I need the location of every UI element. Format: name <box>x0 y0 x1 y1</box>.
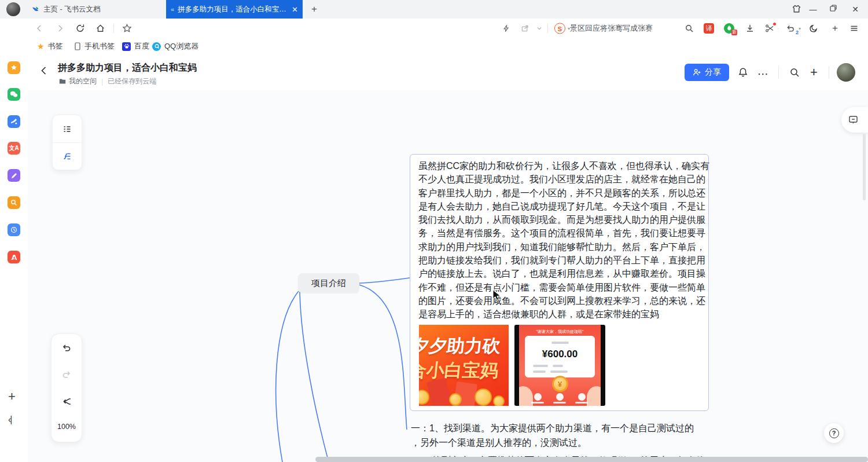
minimize-button[interactable]: — <box>808 5 818 14</box>
hot-search-text[interactable]: 景区回应将张骞写成张赛 <box>570 19 653 38</box>
lightning-icon[interactable] <box>502 24 510 32</box>
redo-button[interactable] <box>52 361 82 388</box>
hand-right <box>587 386 601 406</box>
download-icon[interactable] <box>745 24 755 33</box>
share-page-icon[interactable] <box>521 24 529 33</box>
add-icon[interactable]: + <box>830 23 840 34</box>
tab-feishu-home[interactable]: 主页 - 飞书云文档 <box>25 0 163 19</box>
scissors-caret-icon[interactable]: · <box>777 26 779 31</box>
bookmark-folder[interactable]: ★ 书签 <box>37 38 63 54</box>
wechat-icon[interactable] <box>8 88 20 101</box>
sogou-logo-icon[interactable]: S <box>554 23 565 34</box>
pdf-adobe-icon[interactable] <box>8 251 20 263</box>
horizontal-scrollbar[interactable] <box>315 457 868 462</box>
restore-button[interactable] <box>829 4 837 12</box>
phone-bottom-icon <box>556 393 564 401</box>
tab-title: 主页 - 飞书云文档 <box>43 5 154 14</box>
mindmap-canvas[interactable]: 100% 项目介绍 虽然拼CC家的助力和砍价行为，让很多人不喜欢，但也得承认，确… <box>28 90 868 462</box>
search-app-icon[interactable] <box>8 196 20 209</box>
undo-history-icon[interactable]: 2 <box>786 24 795 33</box>
share-caret-icon[interactable] <box>536 25 542 31</box>
share-button[interactable]: 分享 <box>685 64 729 81</box>
mindmap-node-content[interactable]: 虽然拼CC家的助力和砍价行为，让很多人不喜欢，但也得承认，确实有 不少人也真正提… <box>410 154 709 411</box>
notes-pen-icon[interactable] <box>8 169 20 182</box>
promo-image-text2: 合小白宝妈 <box>419 358 499 383</box>
notifications-bell-icon[interactable] <box>738 67 748 78</box>
share-person-icon <box>693 68 701 76</box>
translate-page-icon[interactable] <box>8 115 20 128</box>
canvas-tools-panel: 100% <box>51 333 82 442</box>
screenshot-scissors-icon[interactable] <box>765 24 774 33</box>
home-icon[interactable] <box>95 24 105 34</box>
comment-icon <box>848 115 858 124</box>
bookmark-label: 百度 <box>134 41 149 52</box>
doc-title: 拼多多助力项目，适合小白和宝妈 <box>58 62 197 74</box>
screen-translate-icon[interactable]: 文A <box>8 142 20 155</box>
comments-tab[interactable] <box>841 107 868 133</box>
history-clock-icon[interactable] <box>8 223 20 236</box>
view-mode-panel <box>52 115 82 170</box>
vertical-scrollbar[interactable] <box>863 134 866 200</box>
favorite-star-icon[interactable] <box>122 24 132 34</box>
feishu-favicon <box>31 5 40 14</box>
back-icon[interactable] <box>35 24 44 33</box>
header-divider <box>778 66 779 79</box>
refresh-icon[interactable] <box>75 24 85 34</box>
tab-active-document[interactable]: « 拼多多助力项目，适合小白和宝妈 - ✕ <box>166 0 303 19</box>
wallet-new-icon[interactable]: 新 <box>724 23 734 34</box>
doc-search-icon[interactable] <box>789 67 800 78</box>
mindmap-node-intro[interactable]: 项目介绍 <box>298 273 359 293</box>
forward-icon[interactable] <box>56 24 65 33</box>
search-icon[interactable] <box>685 24 694 33</box>
menu-icon[interactable] <box>849 24 859 33</box>
zoom-level: 100% <box>57 423 76 431</box>
window-close-button[interactable]: ✕ <box>850 4 860 14</box>
outline-view-button[interactable] <box>53 115 82 142</box>
skin-theme-icon[interactable] <box>792 4 801 14</box>
fit-branches-button[interactable] <box>52 388 82 415</box>
browser-profile-avatar[interactable] <box>6 2 20 16</box>
withdraw-screenshot-image[interactable]: "谢谢大家，我成功提现啦" ¥600.00 ¥ <box>514 325 605 406</box>
withdraw-amount: ¥600.00 <box>525 349 595 360</box>
header-divider <box>829 66 829 79</box>
bookmark-phone[interactable]: 手机书签 <box>74 38 115 54</box>
new-tab-button[interactable]: + <box>308 3 320 15</box>
undo-caret-icon[interactable]: ▾ <box>799 26 801 31</box>
browser-window: 主页 - 飞书云文档 « 拼多多助力项目，适合小白和宝妈 - ✕ + — ✕ <box>0 0 868 462</box>
zoom-level-button[interactable]: 100% <box>52 415 82 439</box>
strip-add-icon[interactable]: + <box>8 389 16 404</box>
doc-add-icon[interactable]: + <box>810 65 818 80</box>
redo-icon <box>61 369 72 380</box>
doc-back-icon[interactable] <box>38 65 50 76</box>
baidu-paw-icon <box>122 42 131 51</box>
mindmap-view-button[interactable] <box>53 143 82 170</box>
bookmark-label: 书签 <box>48 41 63 52</box>
doc-star-icon[interactable]: ☆ <box>183 62 190 72</box>
favorites-star-icon[interactable] <box>8 61 20 74</box>
withdraw-quote: "谢谢大家，我成功提现啦" <box>519 329 601 335</box>
withdraw-card: ¥600.00 <box>525 336 595 377</box>
gold-coin <box>449 393 462 406</box>
question-mark-icon: ? <box>829 428 839 438</box>
doc-space[interactable]: 我的空间 <box>59 76 97 86</box>
strip-collapse-icon[interactable]: ‹| <box>8 415 11 425</box>
toolbar-divider <box>547 24 548 33</box>
new-badge: 新 <box>731 30 737 35</box>
gold-coin <box>419 390 429 405</box>
user-avatar[interactable] <box>837 63 855 82</box>
dark-mode-moon-icon[interactable] <box>809 24 818 33</box>
more-options-icon[interactable]: ⋯ <box>757 67 769 80</box>
phone-screen: "谢谢大家，我成功提现啦" ¥600.00 ¥ <box>519 325 601 406</box>
document-header: 拼多多助力项目，适合小白和宝妈 ☆ 我的空间 | 已经保存到云端 分享 ⋯ + <box>28 54 868 90</box>
bookmark-label: QQ浏览器 <box>164 41 198 52</box>
bookmark-star-icon: ★ <box>37 42 45 51</box>
promo-image[interactable]: 夕夕助力砍 合小白宝妈 <box>419 325 509 406</box>
tab-close-icon[interactable]: ✕ <box>292 5 298 14</box>
mindmap-node-steps[interactable]: 一：1、找到渠道。为大家提供两个助力渠道，有一个是自己测试过的 ，另外一个渠道是… <box>411 421 694 450</box>
toolbar-divider <box>113 24 114 33</box>
bookmark-qq-browser[interactable]: QQ浏览器 <box>152 38 198 54</box>
bookmark-baidu[interactable]: 百度 <box>122 38 149 54</box>
help-button[interactable]: ? <box>824 423 844 443</box>
undo-button[interactable] <box>52 334 82 361</box>
translate-icon[interactable]: 译 <box>704 23 714 34</box>
